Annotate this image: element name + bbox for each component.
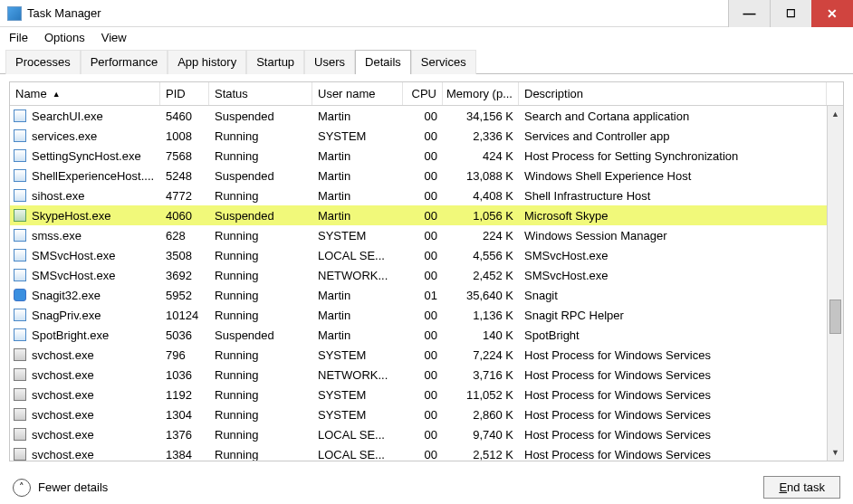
process-name: SpotBright.exe	[32, 328, 109, 342]
process-pid: 7568	[160, 149, 209, 163]
process-description: Host Process for Windows Services	[519, 348, 810, 362]
process-user: Martin	[312, 189, 403, 203]
col-pid[interactable]: PID	[160, 82, 209, 105]
table-row[interactable]: SettingSyncHost.exe7568RunningMartin0042…	[10, 146, 827, 166]
process-cpu: 01	[403, 289, 443, 302]
process-user: LOCAL SE...	[312, 428, 403, 442]
table-row[interactable]: SearchUI.exe5460SuspendedMartin0034,156 …	[10, 106, 827, 126]
process-user: SYSTEM	[312, 129, 403, 143]
table-row[interactable]: svchost.exe1192RunningSYSTEM0011,052 KHo…	[10, 385, 827, 404]
process-description: SMSvcHost.exe	[519, 269, 810, 282]
vertical-scrollbar[interactable]: ▲ ▼	[827, 106, 843, 461]
process-pid: 4060	[160, 209, 209, 223]
process-name: svchost.exe	[32, 348, 94, 362]
process-icon	[14, 249, 26, 262]
process-icon	[14, 129, 26, 142]
process-description: Snagit RPC Helper	[519, 309, 810, 322]
table-row[interactable]: services.exe1008RunningSYSTEM002,336 KSe…	[10, 126, 827, 146]
table-body: SearchUI.exe5460SuspendedMartin0034,156 …	[10, 106, 827, 461]
process-user: SYSTEM	[312, 408, 403, 422]
process-pid: 5248	[160, 169, 209, 183]
process-pid: 4772	[160, 189, 209, 203]
fewer-details-toggle[interactable]: ˄ Fewer details	[13, 479, 108, 497]
table-row[interactable]: SMSvcHost.exe3692RunningNETWORK...002,45…	[10, 265, 827, 285]
end-task-button[interactable]: End task	[763, 476, 840, 499]
table-row[interactable]: SpotBright.exe5036SuspendedMartin00140 K…	[10, 325, 827, 345]
process-cpu: 00	[403, 109, 443, 123]
process-description: Windows Session Manager	[519, 229, 810, 242]
chevron-up-icon: ˄	[13, 479, 31, 497]
table-row[interactable]: svchost.exe1384RunningLOCAL SE...002,512…	[10, 444, 827, 461]
process-name: smss.exe	[32, 229, 81, 242]
process-cpu: 00	[403, 209, 443, 223]
process-description: Host Process for Windows Services	[519, 388, 810, 402]
process-pid: 796	[160, 348, 209, 362]
table-row[interactable]: sihost.exe4772RunningMartin004,408 KShel…	[10, 185, 827, 205]
process-memory: 1,056 K	[443, 209, 519, 223]
table-row[interactable]: svchost.exe1304RunningSYSTEM002,860 KHos…	[10, 404, 827, 424]
close-button[interactable]: ✕	[811, 0, 853, 27]
menu-view[interactable]: View	[101, 31, 127, 44]
fewer-details-label: Fewer details	[38, 480, 108, 494]
table-row[interactable]: SkypeHost.exe4060SuspendedMartin001,056 …	[10, 205, 827, 225]
table-row[interactable]: svchost.exe1376RunningLOCAL SE...009,740…	[10, 424, 827, 444]
process-memory: 11,052 K	[443, 388, 519, 402]
process-cpu: 00	[403, 328, 443, 342]
process-name: sihost.exe	[32, 189, 85, 203]
tab-startup[interactable]: Startup	[246, 50, 304, 74]
table-row[interactable]: SnagPriv.exe10124RunningMartin001,136 KS…	[10, 305, 827, 325]
process-status: Running	[209, 388, 312, 402]
minimize-button[interactable]: —	[728, 0, 770, 27]
col-name[interactable]: Name ▲	[10, 82, 160, 105]
table-row[interactable]: svchost.exe796RunningSYSTEM007,224 KHost…	[10, 345, 827, 365]
tab-details[interactable]: Details	[355, 50, 411, 74]
process-status: Running	[209, 408, 312, 422]
process-icon	[14, 368, 26, 381]
process-user: Martin	[312, 209, 403, 223]
process-icon	[14, 408, 26, 421]
table-row[interactable]: smss.exe628RunningSYSTEM00224 KWindows S…	[10, 225, 827, 245]
process-status: Suspended	[209, 169, 312, 183]
process-status: Running	[209, 448, 312, 461]
process-name: svchost.exe	[32, 408, 94, 422]
scroll-down-icon[interactable]: ▼	[828, 444, 843, 461]
table-row[interactable]: svchost.exe1036RunningNETWORK...003,716 …	[10, 365, 827, 385]
process-name: SMSvcHost.exe	[32, 269, 115, 282]
scroll-up-icon[interactable]: ▲	[828, 106, 843, 122]
process-cpu: 00	[403, 408, 443, 422]
col-scroll-gap	[827, 82, 843, 105]
tab-app-history[interactable]: App history	[168, 50, 246, 74]
table-row[interactable]: ShellExperienceHost....5248SuspendedMart…	[10, 166, 827, 185]
table-row[interactable]: Snagit32.exe5952RunningMartin0135,640 KS…	[10, 285, 827, 305]
process-user: SYSTEM	[312, 348, 403, 362]
tab-processes[interactable]: Processes	[5, 50, 81, 74]
process-cpu: 00	[403, 348, 443, 362]
table-row[interactable]: SMSvcHost.exe3508RunningLOCAL SE...004,5…	[10, 245, 827, 265]
col-description[interactable]: Description	[519, 82, 827, 105]
tab-users[interactable]: Users	[304, 50, 355, 74]
col-user[interactable]: User name	[312, 82, 403, 105]
col-memory[interactable]: Memory (p...	[443, 82, 519, 105]
tab-performance[interactable]: Performance	[81, 50, 168, 74]
menu-file[interactable]: File	[9, 31, 28, 44]
col-cpu[interactable]: CPU	[403, 82, 443, 105]
scroll-thumb[interactable]	[829, 300, 841, 334]
process-pid: 5036	[160, 328, 209, 342]
col-name-label: Name	[15, 87, 47, 100]
process-memory: 2,452 K	[443, 269, 519, 282]
process-icon	[14, 388, 26, 401]
process-user: Martin	[312, 149, 403, 163]
process-memory: 35,640 K	[443, 289, 519, 302]
col-status[interactable]: Status	[209, 82, 312, 105]
scroll-track[interactable]	[828, 122, 843, 444]
tab-services[interactable]: Services	[411, 50, 476, 74]
process-cpu: 00	[403, 129, 443, 143]
maximize-button[interactable]: ☐	[770, 0, 811, 27]
process-description: Host Process for Windows Services	[519, 448, 810, 461]
menu-options[interactable]: Options	[44, 31, 85, 44]
process-cpu: 00	[403, 448, 443, 461]
process-icon	[14, 209, 26, 222]
process-pid: 3508	[160, 249, 209, 262]
process-status: Suspended	[209, 109, 312, 123]
process-user: Martin	[312, 309, 403, 322]
